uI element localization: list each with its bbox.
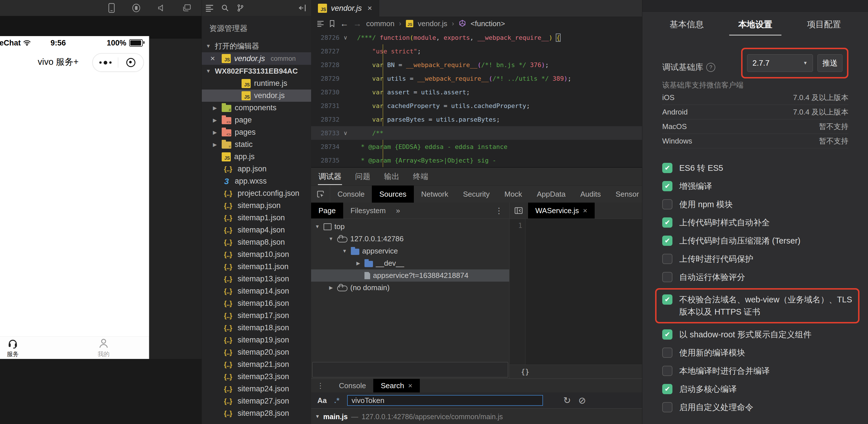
- push-button[interactable]: 推送: [817, 54, 842, 72]
- match-case-icon[interactable]: Aa: [317, 396, 327, 405]
- option-本地编译时进行合并编译[interactable]: 本地编译时进行合并编译: [662, 362, 861, 380]
- checkbox-unchecked-icon[interactable]: [662, 254, 673, 264]
- close-minimize-button[interactable]: [118, 58, 143, 67]
- open-editor-item[interactable]: × JS vendor.js common: [202, 52, 311, 65]
- option-上传时进行代码保护[interactable]: 上传时进行代码保护: [662, 250, 861, 268]
- inspect-element-icon[interactable]: [311, 186, 330, 203]
- option-使用新的编译模块[interactable]: 使用新的编译模块: [662, 344, 861, 362]
- file-tree-item[interactable]: {..}sitemap17.json: [202, 309, 311, 322]
- debugger-tab-问题[interactable]: 问题: [354, 169, 371, 185]
- file-tree-item[interactable]: {..}sitemap1.json: [202, 212, 311, 224]
- more-options-icon[interactable]: ⋮: [495, 203, 509, 219]
- checkbox-checked-icon[interactable]: ✔: [662, 329, 673, 340]
- settings-tab-项目配置[interactable]: 项目配置: [806, 13, 842, 35]
- checkbox-checked-icon[interactable]: ✔: [662, 384, 673, 394]
- file-tree-item[interactable]: {..}sitemap27.json: [202, 395, 311, 407]
- option-上传代码时自动压缩混淆 (Terser)[interactable]: ✔上传代码时自动压缩混淆 (Terser): [662, 232, 861, 250]
- devtools-tab-console[interactable]: Console: [330, 186, 372, 203]
- collapse-sidebar-icon[interactable]: [298, 4, 307, 12]
- file-tree-item[interactable]: {..}sitemap16.json: [202, 297, 311, 309]
- more-options-icon[interactable]: ⋮: [311, 379, 329, 392]
- regex-icon[interactable]: .*: [334, 396, 339, 405]
- checkbox-checked-icon[interactable]: ✔: [662, 163, 673, 173]
- bookmark-icon[interactable]: [329, 20, 336, 27]
- devtools-tab-network[interactable]: Network: [414, 186, 456, 203]
- file-tree-item[interactable]: ▶≡static: [202, 138, 311, 151]
- phone-icon[interactable]: [108, 3, 115, 13]
- resource-tree-item[interactable]: ▼appservice: [311, 245, 509, 257]
- option-增强编译[interactable]: ✔增强编译: [662, 177, 861, 196]
- resource-tree-item[interactable]: appservice?t=163884218874: [311, 270, 509, 282]
- file-tree-item[interactable]: {..}sitemap8.json: [202, 236, 311, 248]
- resource-tree-item[interactable]: ▼top: [311, 221, 509, 233]
- settings-tab-本地设置[interactable]: 本地设置: [737, 13, 773, 35]
- option-使用 npm 模块[interactable]: 使用 npm 模块: [662, 196, 861, 214]
- record-icon[interactable]: [132, 3, 141, 12]
- breadcrumb-segment[interactable]: <function>: [471, 19, 505, 28]
- file-tree-item[interactable]: {..}sitemap10.json: [202, 248, 311, 261]
- debug-lib-version-select[interactable]: 2.7.7 ▼: [747, 54, 813, 72]
- breadcrumb-segment[interactable]: common: [366, 19, 395, 28]
- sound-icon[interactable]: [157, 4, 166, 12]
- search-icon[interactable]: [221, 4, 229, 12]
- back-arrow-icon[interactable]: ←: [340, 19, 348, 28]
- checkbox-checked-icon[interactable]: ✔: [662, 181, 673, 191]
- file-tree-item[interactable]: {..}sitemap.json: [202, 199, 311, 212]
- file-tree-item[interactable]: {..}app.json: [202, 163, 311, 175]
- devtools-tab-appdata[interactable]: AppData: [529, 186, 573, 203]
- git-branch-icon[interactable]: [237, 4, 244, 12]
- fold-icon[interactable]: ∨: [339, 34, 351, 41]
- file-tree-item[interactable]: {..}sitemap11.json: [202, 261, 311, 273]
- file-tree-item[interactable]: {..}sitemap24.json: [202, 383, 311, 395]
- phone-tab-我的[interactable]: 我的: [58, 337, 149, 359]
- option-以 shadow-root 形式展示自定义组件[interactable]: ✔以 shadow-root 形式展示自定义组件: [662, 326, 861, 344]
- devtools-tab-sources[interactable]: Sources: [372, 186, 413, 203]
- help-icon[interactable]: ?: [706, 63, 715, 72]
- search-result-row[interactable]: ▼ main.js — 127.0.0.1:42786/appservice/c…: [311, 408, 642, 424]
- devtools-tab-sensor[interactable]: Sensor: [608, 186, 642, 203]
- file-tree-item[interactable]: ▶<>page: [202, 114, 311, 126]
- option-启用自定义处理命令[interactable]: 启用自定义处理命令: [662, 398, 861, 417]
- file-tree-item[interactable]: {..}sitemap21.json: [202, 358, 311, 371]
- checkbox-unchecked-icon[interactable]: [662, 347, 673, 358]
- option-自动运行体验评分[interactable]: 自动运行体验评分: [662, 268, 861, 286]
- open-editors-header[interactable]: ▼ 打开的编辑器: [202, 40, 311, 52]
- checkbox-unchecked-icon[interactable]: [662, 402, 673, 412]
- file-tree-item[interactable]: {..}project.config.json: [202, 187, 311, 199]
- file-tree-item[interactable]: {..}sitemap13.json: [202, 273, 311, 285]
- file-tree-item[interactable]: {..}sitemap23.json: [202, 371, 311, 383]
- file-tree-item[interactable]: ▶<>pages: [202, 126, 311, 138]
- file-tree-item[interactable]: ▶#components: [202, 102, 311, 114]
- refresh-icon[interactable]: ↻: [563, 395, 571, 406]
- source-viewer[interactable]: 1: [509, 219, 642, 365]
- devtools-tab-security[interactable]: Security: [456, 186, 497, 203]
- devtools-tab-mock[interactable]: Mock: [497, 186, 529, 203]
- file-tree-item[interactable]: {..}sitemap28.json: [202, 407, 311, 420]
- checkbox-checked-icon[interactable]: ✔: [662, 294, 673, 305]
- resource-tree-item[interactable]: ▼127.0.0.1:42786: [311, 233, 509, 245]
- checkbox-checked-icon[interactable]: ✔: [662, 235, 673, 246]
- forward-arrow-icon[interactable]: →: [353, 19, 362, 28]
- drawer-tab-search[interactable]: Search×: [373, 379, 420, 392]
- toggle-navigator-icon[interactable]: [509, 203, 528, 219]
- navigator-tab-filesystem[interactable]: Filesystem: [343, 203, 393, 219]
- navigator-tab-page[interactable]: Page: [311, 203, 343, 219]
- windows-icon[interactable]: [182, 4, 191, 12]
- code-editor[interactable]: 28726∨/***/ function(module, exports, __…: [311, 31, 642, 167]
- file-tree-item[interactable]: JSruntime.js: [202, 77, 311, 89]
- file-tree-item[interactable]: JSvendor.js: [202, 89, 311, 102]
- fold-icon[interactable]: ∨: [339, 130, 351, 136]
- devtools-tab-audits[interactable]: Audits: [573, 186, 608, 203]
- outline-icon[interactable]: [317, 21, 324, 27]
- file-tree-item[interactable]: {..}sitemap19.json: [202, 334, 311, 346]
- drawer-tab-console[interactable]: Console: [332, 379, 373, 392]
- close-icon[interactable]: ×: [408, 381, 412, 390]
- horizontal-scrollbar[interactable]: [312, 362, 508, 377]
- checkbox-unchecked-icon[interactable]: [662, 199, 673, 209]
- outline-icon[interactable]: [205, 4, 214, 12]
- source-tab-waservice[interactable]: WAService.js ×: [528, 203, 595, 219]
- file-tree-item[interactable]: {..}sitemap4.json: [202, 224, 311, 236]
- settings-tab-基本信息[interactable]: 基本信息: [669, 13, 705, 35]
- debugger-tab-输出[interactable]: 输出: [383, 169, 400, 185]
- tab-overflow-icon[interactable]: »: [393, 203, 403, 219]
